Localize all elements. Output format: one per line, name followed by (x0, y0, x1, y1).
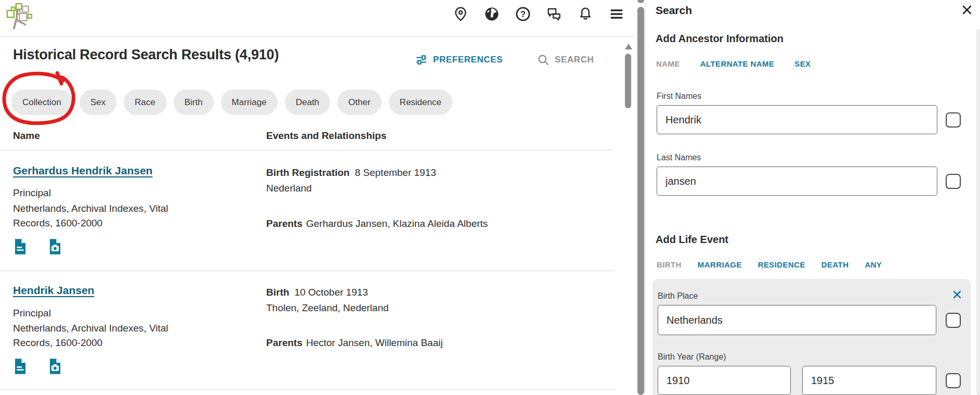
record-collection: Netherlands, Archival Indexes, Vital Rec… (13, 201, 195, 231)
record-document-icon[interactable] (14, 358, 27, 375)
search-panel: Search Add Ancestor Information NAME ALT… (645, 0, 980, 395)
birth-year-range-label: Birth Year (Range) (658, 352, 726, 362)
sliders-icon (415, 54, 428, 66)
remove-event-icon[interactable] (952, 289, 962, 300)
notifications-bell-icon[interactable] (578, 6, 593, 22)
tab-any[interactable]: ANY (865, 260, 882, 269)
event-label: Birth Registration (266, 167, 349, 178)
record-role: Principal (13, 186, 51, 200)
record-event-line: Birth Registration8 September 1913 (266, 165, 436, 180)
page-scrollbar-stub (637, 0, 644, 3)
parents-label: Parents (266, 337, 303, 348)
page-title: Historical Record Search Results (4,910) (13, 47, 279, 63)
filter-pill-race[interactable]: Race (124, 90, 166, 115)
record-collection: Netherlands, Archival Indexes, Vital Rec… (13, 321, 195, 350)
record-image-icon[interactable] (48, 358, 62, 375)
birth-place-exact-checkbox[interactable] (946, 313, 961, 328)
first-names-input[interactable] (657, 105, 937, 134)
birth-place-input[interactable] (658, 305, 936, 335)
record-event-place: Tholen, Zeeland, Nederland (266, 301, 389, 315)
row-divider (0, 389, 613, 390)
record-icon-row (14, 238, 62, 256)
ancestor-section-heading: Add Ancestor Information (656, 33, 783, 45)
record-event-place: Nederland (266, 181, 312, 196)
birth-year-exact-checkbox[interactable] (946, 373, 961, 388)
panel-title: Search (656, 4, 692, 17)
magnifier-icon (537, 54, 550, 66)
familysearch-logo[interactable] (4, 1, 32, 30)
preferences-label: PREFERENCES (433, 55, 503, 65)
filter-pill-sex[interactable]: Sex (80, 90, 116, 115)
help-icon[interactable]: ? (515, 6, 531, 22)
tab-alternate-name[interactable]: ALTERNATE NAME (700, 59, 775, 68)
globe-icon[interactable] (484, 6, 500, 22)
page-scrollbar-thumb[interactable] (637, 7, 644, 395)
results-scrollbar-up-arrow[interactable] (625, 44, 632, 49)
menu-hamburger-icon[interactable] (609, 6, 624, 22)
column-header-name: Name (13, 130, 40, 142)
first-names-label: First Names (657, 92, 701, 101)
row-divider (0, 271, 613, 271)
record-parents-line: ParentsHector Jansen, Willemina Baaij (266, 336, 443, 350)
location-pin-icon[interactable] (453, 6, 468, 22)
search-label: SEARCH (555, 55, 594, 65)
record-parents-line: ParentsGerhardus Jansen, Klazina Aleida … (266, 216, 488, 231)
record-icon-row (14, 358, 62, 375)
svg-text:?: ? (520, 9, 526, 19)
event-date: 10 October 1913 (294, 287, 368, 298)
header-divider (0, 36, 635, 37)
row-divider (0, 150, 613, 150)
filter-pill-birth[interactable]: Birth (174, 90, 214, 115)
tab-birth[interactable]: BIRTH (657, 260, 682, 269)
record-event-line: Birth10 October 1913 (266, 285, 368, 300)
parents-names: Hector Jansen, Willemina Baaij (306, 337, 443, 348)
birth-year-from-input[interactable] (658, 366, 791, 395)
record-document-icon[interactable] (14, 238, 27, 256)
filter-pill-collection[interactable]: Collection (11, 90, 72, 115)
last-names-label: Last Names (657, 153, 701, 162)
tab-death[interactable]: DEATH (821, 260, 849, 269)
birth-place-label: Birth Place (658, 291, 698, 301)
record-image-icon[interactable] (48, 238, 62, 256)
last-names-input[interactable] (657, 167, 937, 196)
birth-event-card: Birth Place Birth Year (Range) (652, 279, 971, 395)
panel-scrollbar-track[interactable] (976, 29, 980, 395)
filter-pill-death[interactable]: Death (285, 90, 330, 115)
record-name-link[interactable]: Hendrik Jansen (13, 284, 94, 297)
tab-name[interactable]: NAME (656, 59, 680, 68)
life-event-tabs: BIRTH MARRIAGE RESIDENCE DEATH ANY (657, 260, 882, 269)
tab-residence[interactable]: RESIDENCE (758, 260, 805, 269)
life-event-section-heading: Add Life Event (656, 234, 728, 246)
record-name-link[interactable]: Gerhardus Hendrik Jansen (13, 164, 152, 177)
tab-marriage[interactable]: MARRIAGE (698, 260, 742, 269)
filter-pill-other[interactable]: Other (337, 90, 382, 115)
preferences-button[interactable]: PREFERENCES (415, 54, 503, 66)
messages-icon[interactable] (546, 6, 562, 22)
parents-names: Gerhardus Jansen, Klazina Aleida Alberts (306, 218, 488, 229)
record-role: Principal (13, 306, 51, 321)
event-label: Birth (266, 287, 289, 298)
results-scrollbar-thumb[interactable] (625, 54, 631, 108)
birth-year-to-input[interactable] (802, 366, 936, 395)
event-date: 8 September 1913 (355, 167, 436, 178)
parents-label: Parents (266, 218, 303, 229)
column-header-events: Events and Relationships (266, 130, 386, 142)
first-names-exact-checkbox[interactable] (946, 112, 961, 128)
close-icon[interactable] (959, 2, 975, 18)
last-names-exact-checkbox[interactable] (946, 174, 961, 189)
search-button[interactable]: SEARCH (537, 54, 594, 66)
tab-sex[interactable]: SEX (794, 59, 811, 68)
filter-pill-row: Collection Sex Race Birth Marriage Death… (11, 90, 452, 115)
filter-pill-residence[interactable]: Residence (389, 90, 452, 115)
filter-pill-marriage[interactable]: Marriage (221, 90, 278, 115)
ancestor-tabs: NAME ALTERNATE NAME SEX (656, 59, 811, 68)
topbar-icon-row: ? (453, 6, 624, 22)
app-root: ? Historical Record Search Results (4,91… (0, 0, 980, 395)
